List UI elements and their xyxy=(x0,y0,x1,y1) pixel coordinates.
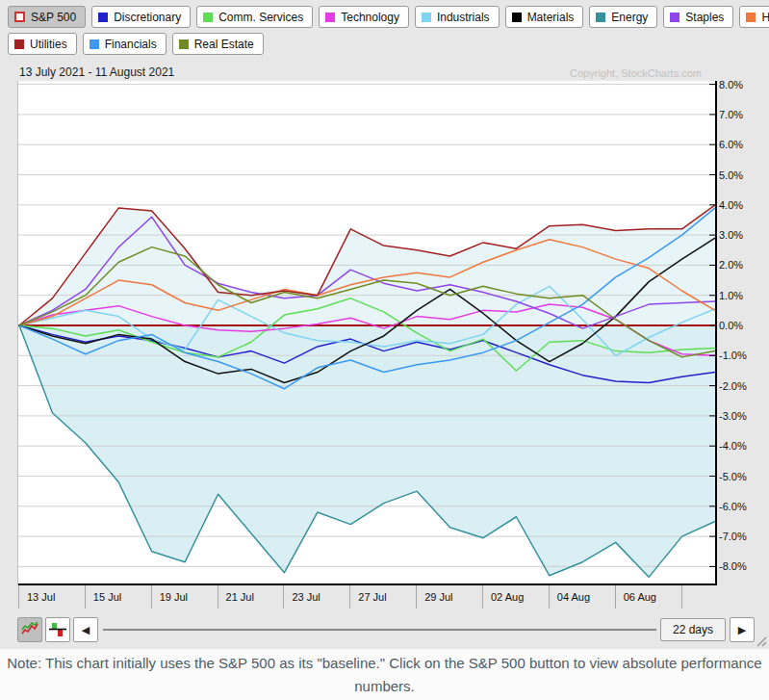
x-axis-tick xyxy=(349,585,350,609)
legend-button-label: Industrials xyxy=(437,11,490,24)
chart-row: 8.0%7.0%6.0%5.0%4.0%3.0%2.0%1.0%0.0%-1.0… xyxy=(8,81,769,585)
y-axis-label: 6.0% xyxy=(719,138,743,151)
legend-swatch-icon xyxy=(422,13,431,22)
legend-button-materials[interactable]: Materials xyxy=(505,6,584,28)
legend-swatch-icon xyxy=(746,13,756,22)
y-axis-label: 4.0% xyxy=(719,198,743,212)
x-axis-label: 27 Jul xyxy=(358,591,386,603)
y-axis-label: 2.0% xyxy=(719,258,743,272)
x-axis-label: 23 Jul xyxy=(292,591,320,603)
histogram-mode-icon xyxy=(49,621,66,638)
histogram-mode-button[interactable] xyxy=(45,617,70,642)
legend-button-staples[interactable]: Staples xyxy=(663,6,733,28)
y-axis-label: 1.0% xyxy=(719,289,743,302)
legend-button-label: S&P 500 xyxy=(31,11,76,24)
scroll-left-button[interactable]: ◀ xyxy=(73,617,98,642)
chart-toolbar: ◀ 22 days ▶ xyxy=(17,616,757,643)
legend-button-label: Energy xyxy=(611,11,648,24)
legend-button-label: Comm. Services xyxy=(218,11,303,24)
legend-button-label: Real Estate xyxy=(194,38,254,51)
date-range-label: 13 July 2021 - 11 August 2021 xyxy=(19,65,174,79)
baseline-note: Note: This chart initially uses the S&P … xyxy=(5,652,765,697)
plot-area xyxy=(17,81,716,585)
legend-swatch-icon xyxy=(325,13,335,22)
range-duration-box[interactable]: 22 days xyxy=(660,618,726,641)
legend-button-energy[interactable]: Energy xyxy=(589,6,657,28)
perfchart-app: S&P 500DiscretionaryComm. ServicesTechno… xyxy=(0,0,769,649)
y-axis-labels: 8.0%7.0%6.0%5.0%4.0%3.0%2.0%1.0%0.0%-1.0… xyxy=(716,81,769,585)
legend-button-s-p-500[interactable]: S&P 500 xyxy=(8,6,86,28)
x-axis-tick xyxy=(283,585,284,609)
resize-grip[interactable] xyxy=(754,634,767,647)
y-axis-label: -7.0% xyxy=(719,530,747,543)
y-axis-label: -1.0% xyxy=(719,349,747,362)
x-axis-label: 29 Jul xyxy=(424,591,452,603)
y-axis-label: -5.0% xyxy=(719,470,747,483)
line-chart-mode-icon xyxy=(21,621,38,638)
legend-button-label: Financials xyxy=(105,38,157,51)
legend-button-label: Staples xyxy=(685,11,724,24)
legend-swatch-icon xyxy=(90,39,99,49)
x-axis-label: 13 Jul xyxy=(27,591,55,603)
y-axis-label: -6.0% xyxy=(719,500,747,513)
legend-row-2: UtilitiesFinancialsReal Estate xyxy=(8,33,769,55)
y-axis-label: 7.0% xyxy=(719,108,743,121)
legend-swatch-icon xyxy=(14,12,25,22)
legend-button-label: Materials xyxy=(527,11,575,24)
x-axis-tick xyxy=(151,585,152,609)
footer: Note: This chart initially uses the S&P … xyxy=(0,649,769,700)
y-axis-label: 0.0% xyxy=(719,319,743,332)
x-axis-tick xyxy=(18,585,19,609)
legend-swatch-icon xyxy=(512,13,522,22)
legend-button-label: Technology xyxy=(341,11,399,24)
y-axis-label: -4.0% xyxy=(719,439,747,453)
y-axis-label: 8.0% xyxy=(719,78,743,91)
perf-chart-svg xyxy=(18,81,717,585)
legend-row-1: S&P 500DiscretionaryComm. ServicesTechno… xyxy=(8,6,769,28)
legend-button-utilities[interactable]: Utilities xyxy=(8,33,77,55)
scroll-right-button[interactable]: ▶ xyxy=(730,617,755,642)
legend-button-health-care[interactable]: Health Care xyxy=(739,6,769,28)
legend-button-real-estate[interactable]: Real Estate xyxy=(172,33,264,55)
legend-button-industrials[interactable]: Industrials xyxy=(415,6,500,28)
x-axis-label: 04 Aug xyxy=(557,591,590,603)
legend-button-discretionary[interactable]: Discretionary xyxy=(91,6,191,28)
chart-header: 13 July 2021 - 11 August 2021 Copyright,… xyxy=(8,60,769,81)
x-axis: 13 Jul15 Jul19 Jul21 Jul23 Jul27 Jul29 J… xyxy=(8,585,717,610)
legend-swatch-icon xyxy=(203,13,213,22)
x-axis-label: 15 Jul xyxy=(93,591,121,603)
x-axis-tick xyxy=(482,585,483,609)
line-chart-mode-button[interactable] xyxy=(17,617,42,642)
date-slider-track[interactable] xyxy=(103,629,656,631)
x-axis-label: 06 Aug xyxy=(624,591,656,603)
y-axis-label: -2.0% xyxy=(719,379,747,393)
legend-button-comm-services[interactable]: Comm. Services xyxy=(196,6,313,28)
x-axis-tick xyxy=(85,585,86,609)
legend-button-financials[interactable]: Financials xyxy=(83,33,167,55)
y-axis-label: -3.0% xyxy=(719,409,747,423)
copyright-label: Copyright, StockCharts.com xyxy=(570,67,702,79)
legend-swatch-icon xyxy=(98,13,108,22)
legend-swatch-icon xyxy=(670,13,679,22)
x-axis-tick xyxy=(416,585,417,609)
y-axis-label: -8.0% xyxy=(719,559,747,573)
x-axis-tick xyxy=(218,585,218,609)
x-axis-tick xyxy=(615,585,616,609)
x-axis-label: 19 Jul xyxy=(160,591,188,603)
y-axis-label: 3.0% xyxy=(719,228,743,242)
x-axis-label: 21 Jul xyxy=(226,591,254,603)
legend-button-label: Health Care xyxy=(761,11,769,24)
legend-button-technology[interactable]: Technology xyxy=(319,6,409,28)
x-axis-tick xyxy=(681,585,682,609)
legend-button-label: Discretionary xyxy=(114,11,181,24)
legend-swatch-icon xyxy=(14,39,24,49)
legend-swatch-icon xyxy=(596,13,605,22)
x-axis-label: 02 Aug xyxy=(491,591,524,603)
legend-swatch-icon xyxy=(179,39,189,49)
x-axis-tick xyxy=(549,585,550,609)
legend-button-label: Utilities xyxy=(30,38,67,51)
y-axis-label: 5.0% xyxy=(719,169,743,182)
